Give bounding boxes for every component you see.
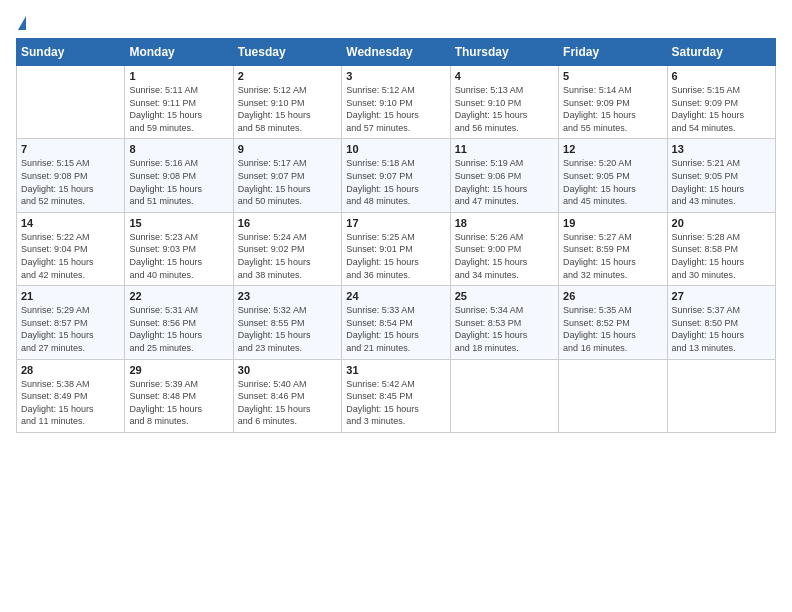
calendar-cell: 31Sunrise: 5:42 AM Sunset: 8:45 PM Dayli… [342, 359, 450, 432]
day-info: Sunrise: 5:11 AM Sunset: 9:11 PM Dayligh… [129, 84, 228, 134]
day-info: Sunrise: 5:21 AM Sunset: 9:05 PM Dayligh… [672, 157, 771, 207]
day-number: 17 [346, 217, 445, 229]
day-number: 26 [563, 290, 662, 302]
day-number: 19 [563, 217, 662, 229]
day-number: 27 [672, 290, 771, 302]
calendar-cell: 25Sunrise: 5:34 AM Sunset: 8:53 PM Dayli… [450, 286, 558, 359]
week-row-3: 14Sunrise: 5:22 AM Sunset: 9:04 PM Dayli… [17, 212, 776, 285]
calendar-cell: 24Sunrise: 5:33 AM Sunset: 8:54 PM Dayli… [342, 286, 450, 359]
day-number: 14 [21, 217, 120, 229]
day-info: Sunrise: 5:22 AM Sunset: 9:04 PM Dayligh… [21, 231, 120, 281]
day-info: Sunrise: 5:25 AM Sunset: 9:01 PM Dayligh… [346, 231, 445, 281]
calendar-cell: 29Sunrise: 5:39 AM Sunset: 8:48 PM Dayli… [125, 359, 233, 432]
week-row-1: 1Sunrise: 5:11 AM Sunset: 9:11 PM Daylig… [17, 66, 776, 139]
calendar-cell: 5Sunrise: 5:14 AM Sunset: 9:09 PM Daylig… [559, 66, 667, 139]
day-info: Sunrise: 5:16 AM Sunset: 9:08 PM Dayligh… [129, 157, 228, 207]
weekday-header-tuesday: Tuesday [233, 39, 341, 66]
calendar-cell: 19Sunrise: 5:27 AM Sunset: 8:59 PM Dayli… [559, 212, 667, 285]
day-number: 30 [238, 364, 337, 376]
calendar-cell: 7Sunrise: 5:15 AM Sunset: 9:08 PM Daylig… [17, 139, 125, 212]
day-number: 12 [563, 143, 662, 155]
day-number: 3 [346, 70, 445, 82]
day-number: 1 [129, 70, 228, 82]
week-row-5: 28Sunrise: 5:38 AM Sunset: 8:49 PM Dayli… [17, 359, 776, 432]
calendar-cell: 6Sunrise: 5:15 AM Sunset: 9:09 PM Daylig… [667, 66, 775, 139]
day-number: 23 [238, 290, 337, 302]
weekday-header-saturday: Saturday [667, 39, 775, 66]
weekday-header-sunday: Sunday [17, 39, 125, 66]
day-info: Sunrise: 5:17 AM Sunset: 9:07 PM Dayligh… [238, 157, 337, 207]
day-info: Sunrise: 5:23 AM Sunset: 9:03 PM Dayligh… [129, 231, 228, 281]
day-number: 28 [21, 364, 120, 376]
day-info: Sunrise: 5:18 AM Sunset: 9:07 PM Dayligh… [346, 157, 445, 207]
calendar-cell: 9Sunrise: 5:17 AM Sunset: 9:07 PM Daylig… [233, 139, 341, 212]
calendar-cell: 21Sunrise: 5:29 AM Sunset: 8:57 PM Dayli… [17, 286, 125, 359]
day-info: Sunrise: 5:20 AM Sunset: 9:05 PM Dayligh… [563, 157, 662, 207]
day-info: Sunrise: 5:35 AM Sunset: 8:52 PM Dayligh… [563, 304, 662, 354]
day-info: Sunrise: 5:29 AM Sunset: 8:57 PM Dayligh… [21, 304, 120, 354]
page-header [16, 16, 776, 30]
calendar-cell [667, 359, 775, 432]
calendar-cell: 11Sunrise: 5:19 AM Sunset: 9:06 PM Dayli… [450, 139, 558, 212]
day-number: 8 [129, 143, 228, 155]
day-number: 21 [21, 290, 120, 302]
day-number: 29 [129, 364, 228, 376]
calendar-cell: 18Sunrise: 5:26 AM Sunset: 9:00 PM Dayli… [450, 212, 558, 285]
calendar-cell: 20Sunrise: 5:28 AM Sunset: 8:58 PM Dayli… [667, 212, 775, 285]
calendar-cell: 14Sunrise: 5:22 AM Sunset: 9:04 PM Dayli… [17, 212, 125, 285]
day-info: Sunrise: 5:28 AM Sunset: 8:58 PM Dayligh… [672, 231, 771, 281]
day-info: Sunrise: 5:42 AM Sunset: 8:45 PM Dayligh… [346, 378, 445, 428]
calendar-cell: 13Sunrise: 5:21 AM Sunset: 9:05 PM Dayli… [667, 139, 775, 212]
day-number: 22 [129, 290, 228, 302]
day-info: Sunrise: 5:13 AM Sunset: 9:10 PM Dayligh… [455, 84, 554, 134]
calendar-cell: 26Sunrise: 5:35 AM Sunset: 8:52 PM Dayli… [559, 286, 667, 359]
weekday-header-friday: Friday [559, 39, 667, 66]
calendar-cell: 8Sunrise: 5:16 AM Sunset: 9:08 PM Daylig… [125, 139, 233, 212]
day-info: Sunrise: 5:37 AM Sunset: 8:50 PM Dayligh… [672, 304, 771, 354]
day-number: 9 [238, 143, 337, 155]
day-info: Sunrise: 5:27 AM Sunset: 8:59 PM Dayligh… [563, 231, 662, 281]
day-number: 4 [455, 70, 554, 82]
calendar-cell: 10Sunrise: 5:18 AM Sunset: 9:07 PM Dayli… [342, 139, 450, 212]
weekday-header-wednesday: Wednesday [342, 39, 450, 66]
day-info: Sunrise: 5:40 AM Sunset: 8:46 PM Dayligh… [238, 378, 337, 428]
calendar-cell: 28Sunrise: 5:38 AM Sunset: 8:49 PM Dayli… [17, 359, 125, 432]
day-number: 15 [129, 217, 228, 229]
calendar-cell: 23Sunrise: 5:32 AM Sunset: 8:55 PM Dayli… [233, 286, 341, 359]
calendar-cell: 12Sunrise: 5:20 AM Sunset: 9:05 PM Dayli… [559, 139, 667, 212]
day-info: Sunrise: 5:24 AM Sunset: 9:02 PM Dayligh… [238, 231, 337, 281]
day-number: 10 [346, 143, 445, 155]
day-info: Sunrise: 5:15 AM Sunset: 9:08 PM Dayligh… [21, 157, 120, 207]
calendar-cell [559, 359, 667, 432]
logo [16, 16, 26, 30]
calendar-cell: 4Sunrise: 5:13 AM Sunset: 9:10 PM Daylig… [450, 66, 558, 139]
day-number: 2 [238, 70, 337, 82]
day-number: 7 [21, 143, 120, 155]
day-info: Sunrise: 5:34 AM Sunset: 8:53 PM Dayligh… [455, 304, 554, 354]
calendar-cell: 17Sunrise: 5:25 AM Sunset: 9:01 PM Dayli… [342, 212, 450, 285]
day-info: Sunrise: 5:19 AM Sunset: 9:06 PM Dayligh… [455, 157, 554, 207]
week-row-4: 21Sunrise: 5:29 AM Sunset: 8:57 PM Dayli… [17, 286, 776, 359]
day-number: 31 [346, 364, 445, 376]
day-number: 25 [455, 290, 554, 302]
weekday-header-monday: Monday [125, 39, 233, 66]
day-number: 6 [672, 70, 771, 82]
day-number: 20 [672, 217, 771, 229]
calendar-cell: 30Sunrise: 5:40 AM Sunset: 8:46 PM Dayli… [233, 359, 341, 432]
calendar-cell: 1Sunrise: 5:11 AM Sunset: 9:11 PM Daylig… [125, 66, 233, 139]
day-info: Sunrise: 5:31 AM Sunset: 8:56 PM Dayligh… [129, 304, 228, 354]
day-number: 5 [563, 70, 662, 82]
calendar-cell [17, 66, 125, 139]
calendar-cell [450, 359, 558, 432]
calendar-cell: 27Sunrise: 5:37 AM Sunset: 8:50 PM Dayli… [667, 286, 775, 359]
day-info: Sunrise: 5:39 AM Sunset: 8:48 PM Dayligh… [129, 378, 228, 428]
calendar-cell: 3Sunrise: 5:12 AM Sunset: 9:10 PM Daylig… [342, 66, 450, 139]
day-number: 11 [455, 143, 554, 155]
weekday-header-row: SundayMondayTuesdayWednesdayThursdayFrid… [17, 39, 776, 66]
calendar-cell: 15Sunrise: 5:23 AM Sunset: 9:03 PM Dayli… [125, 212, 233, 285]
calendar-cell: 2Sunrise: 5:12 AM Sunset: 9:10 PM Daylig… [233, 66, 341, 139]
calendar-cell: 22Sunrise: 5:31 AM Sunset: 8:56 PM Dayli… [125, 286, 233, 359]
day-info: Sunrise: 5:14 AM Sunset: 9:09 PM Dayligh… [563, 84, 662, 134]
day-info: Sunrise: 5:12 AM Sunset: 9:10 PM Dayligh… [238, 84, 337, 134]
day-info: Sunrise: 5:26 AM Sunset: 9:00 PM Dayligh… [455, 231, 554, 281]
